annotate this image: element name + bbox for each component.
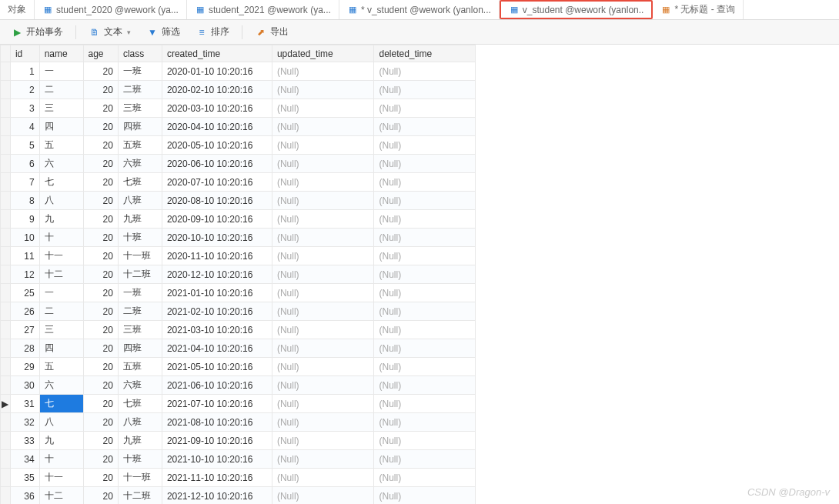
row-marker[interactable]: ▶ [1, 395, 11, 413]
cell[interactable]: 7 [10, 173, 39, 192]
column-header-updated_time[interactable]: updated_time [272, 45, 374, 62]
tab-4[interactable]: ▦v_student @wework (yanlon.. [500, 0, 653, 19]
table-row[interactable]: 26二20二班2021-02-10 10:20:16(Null)(Null) [1, 302, 476, 321]
cell[interactable]: 七 [39, 395, 83, 413]
text-mode-button[interactable]: 🗎 文本 [85, 24, 134, 40]
cell[interactable]: 四 [39, 118, 83, 136]
cell[interactable]: 九班 [118, 210, 162, 229]
cell[interactable]: 三班 [118, 321, 162, 339]
cell[interactable]: (Null) [374, 62, 476, 81]
cell[interactable]: (Null) [272, 321, 374, 339]
table-row[interactable]: 6六20六班2020-06-10 10:20:16(Null)(Null) [1, 155, 476, 173]
cell[interactable]: 20 [83, 376, 118, 395]
cell[interactable]: 20 [83, 118, 118, 136]
cell[interactable]: (Null) [272, 81, 374, 99]
cell[interactable]: (Null) [374, 302, 476, 321]
cell[interactable]: 2 [10, 81, 39, 99]
cell[interactable]: (Null) [272, 118, 374, 136]
cell[interactable]: 五 [39, 136, 83, 155]
column-header-name[interactable]: name [39, 45, 83, 62]
cell[interactable]: 2020-12-10 10:20:16 [162, 265, 272, 284]
cell[interactable]: 六 [39, 376, 83, 395]
cell[interactable]: 34 [10, 450, 39, 469]
row-marker[interactable] [1, 358, 11, 376]
cell[interactable]: (Null) [272, 469, 374, 487]
row-marker[interactable] [1, 173, 11, 192]
cell[interactable]: 20 [83, 265, 118, 284]
cell[interactable]: (Null) [272, 62, 374, 81]
cell[interactable]: 十一班 [118, 469, 162, 487]
table-row[interactable]: 32八20八班2021-08-10 10:20:16(Null)(Null) [1, 413, 476, 432]
cell[interactable]: 20 [83, 136, 118, 155]
cell[interactable]: 一 [39, 284, 83, 302]
cell[interactable]: 20 [83, 192, 118, 210]
cell[interactable]: 一班 [118, 284, 162, 302]
cell[interactable]: 3 [10, 99, 39, 118]
cell[interactable]: 20 [83, 247, 118, 265]
row-marker[interactable] [1, 339, 11, 358]
data-grid[interactable]: idnameageclasscreated_timeupdated_timede… [0, 45, 839, 504]
cell[interactable]: 2020-07-10 10:20:16 [162, 173, 272, 192]
cell[interactable]: 2020-02-10 10:20:16 [162, 81, 272, 99]
cell[interactable]: 2020-09-10 10:20:16 [162, 210, 272, 229]
cell[interactable]: (Null) [272, 358, 374, 376]
row-marker[interactable] [1, 284, 11, 302]
cell[interactable]: 十班 [118, 229, 162, 247]
cell[interactable]: (Null) [374, 192, 476, 210]
cell[interactable]: 20 [83, 229, 118, 247]
filter-button[interactable]: ▼ 筛选 [143, 24, 183, 40]
cell[interactable]: (Null) [374, 99, 476, 118]
cell[interactable]: 2021-08-10 10:20:16 [162, 413, 272, 432]
cell[interactable]: 9 [10, 210, 39, 229]
cell[interactable]: 2021-09-10 10:20:16 [162, 432, 272, 450]
cell[interactable]: (Null) [374, 136, 476, 155]
column-header-created_time[interactable]: created_time [162, 45, 272, 62]
row-marker[interactable] [1, 302, 11, 321]
table-row[interactable]: 28四20四班2021-04-10 10:20:16(Null)(Null) [1, 339, 476, 358]
cell[interactable]: 28 [10, 339, 39, 358]
cell[interactable]: 2020-03-10 10:20:16 [162, 99, 272, 118]
column-header-id[interactable]: id [10, 45, 39, 62]
cell[interactable]: (Null) [272, 210, 374, 229]
cell[interactable]: 七班 [118, 395, 162, 413]
cell[interactable]: 25 [10, 284, 39, 302]
cell[interactable]: 2020-01-10 10:20:16 [162, 62, 272, 81]
cell[interactable]: 十二 [39, 487, 83, 505]
cell[interactable]: 四班 [118, 118, 162, 136]
cell[interactable]: 20 [83, 155, 118, 173]
cell[interactable]: 四 [39, 339, 83, 358]
cell[interactable]: 20 [83, 210, 118, 229]
export-button[interactable]: ⬈ 导出 [252, 24, 292, 40]
cell[interactable]: 六班 [118, 376, 162, 395]
cell[interactable]: 2021-02-10 10:20:16 [162, 302, 272, 321]
cell[interactable]: 2020-10-10 10:20:16 [162, 229, 272, 247]
cell[interactable]: 六 [39, 155, 83, 173]
cell[interactable]: (Null) [374, 413, 476, 432]
row-marker[interactable] [1, 413, 11, 432]
cell[interactable]: 十 [39, 450, 83, 469]
cell[interactable]: 三 [39, 99, 83, 118]
cell[interactable]: 五班 [118, 358, 162, 376]
table-row[interactable]: 29五20五班2021-05-10 10:20:16(Null)(Null) [1, 358, 476, 376]
table-row[interactable]: 35十一20十一班2021-11-10 10:20:16(Null)(Null) [1, 469, 476, 487]
cell[interactable]: 20 [83, 284, 118, 302]
cell[interactable]: 2021-05-10 10:20:16 [162, 358, 272, 376]
column-header-deleted_time[interactable]: deleted_time [374, 45, 476, 62]
begin-transaction-button[interactable]: ▶ 开始事务 [8, 24, 66, 40]
cell[interactable]: (Null) [374, 339, 476, 358]
cell[interactable]: 20 [83, 432, 118, 450]
cell[interactable]: (Null) [272, 432, 374, 450]
row-marker[interactable] [1, 62, 11, 81]
cell[interactable]: 一班 [118, 62, 162, 81]
cell[interactable]: 11 [10, 247, 39, 265]
cell[interactable]: 三 [39, 321, 83, 339]
cell[interactable]: (Null) [374, 155, 476, 173]
cell[interactable]: 八班 [118, 413, 162, 432]
cell[interactable]: 九班 [118, 432, 162, 450]
cell[interactable]: (Null) [272, 487, 374, 505]
cell[interactable]: (Null) [374, 210, 476, 229]
table-row[interactable]: 34十20十班2021-10-10 10:20:16(Null)(Null) [1, 450, 476, 469]
cell[interactable]: 2020-08-10 10:20:16 [162, 192, 272, 210]
table-row[interactable]: 5五20五班2020-05-10 10:20:16(Null)(Null) [1, 136, 476, 155]
cell[interactable]: 五 [39, 358, 83, 376]
